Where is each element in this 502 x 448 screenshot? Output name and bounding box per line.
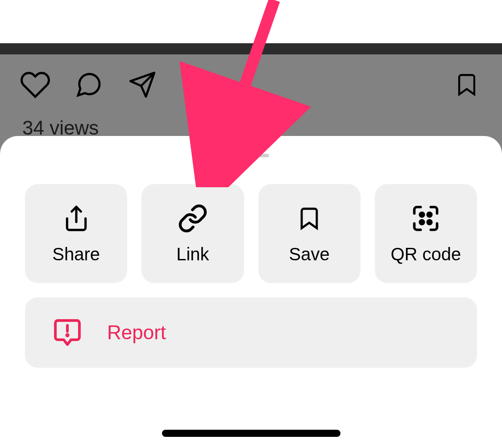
post-action-bar	[0, 69, 502, 100]
report-icon	[53, 318, 82, 347]
bookmark-icon	[454, 70, 480, 99]
link-label: Link	[176, 244, 209, 264]
qr-code-icon	[411, 203, 441, 234]
action-tile-row: Share Link Save	[0, 184, 502, 283]
share-tile[interactable]: Share	[25, 184, 127, 283]
report-button[interactable]: Report	[25, 297, 477, 368]
send-icon	[128, 70, 157, 99]
save-tile[interactable]: Save	[258, 184, 361, 283]
share-icon	[61, 203, 91, 234]
svg-point-3	[420, 220, 424, 224]
send-button[interactable]	[127, 69, 158, 100]
top-white-area	[0, 0, 502, 43]
save-label: Save	[289, 244, 330, 264]
link-icon	[178, 203, 208, 234]
options-bottom-sheet: Share Link Save	[0, 136, 502, 448]
share-label: Share	[52, 244, 100, 264]
comment-button[interactable]	[73, 69, 104, 100]
heart-icon	[20, 69, 51, 100]
comment-icon	[75, 70, 103, 99]
media-edge-strip	[0, 43, 502, 54]
sheet-drag-handle[interactable]	[233, 154, 269, 157]
svg-point-2	[428, 213, 432, 217]
svg-point-4	[428, 220, 432, 224]
report-label: Report	[107, 321, 166, 344]
qr-code-tile[interactable]: QR code	[375, 184, 477, 283]
link-tile[interactable]: Link	[141, 184, 244, 283]
svg-point-1	[420, 213, 424, 217]
svg-point-6	[66, 334, 68, 336]
bookmark-button[interactable]	[451, 69, 482, 100]
qr-code-label: QR code	[390, 244, 461, 264]
post-action-bar-left	[20, 69, 158, 100]
home-indicator[interactable]	[162, 430, 340, 437]
like-button[interactable]	[20, 69, 51, 100]
save-icon	[294, 203, 324, 234]
